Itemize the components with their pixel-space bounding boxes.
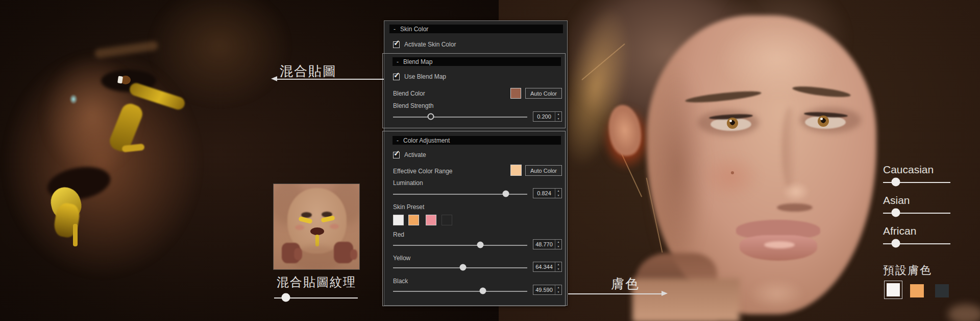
slider-handle[interactable]	[892, 178, 900, 187]
iris-glint-left	[729, 120, 732, 122]
red-value[interactable]: 48.770 ▲ ▼	[533, 239, 562, 249]
yellow-slider[interactable]	[393, 264, 527, 271]
spin-up-icon[interactable]: ▲	[555, 262, 561, 267]
blend-color-swatch[interactable]	[510, 88, 521, 99]
arrow-left-icon	[271, 76, 277, 81]
slider-handle[interactable]	[477, 242, 483, 248]
black-value[interactable]: 49.590 ▲ ▼	[533, 285, 562, 295]
skin-color-section-header[interactable]: - Skin Color	[389, 25, 563, 33]
blend-strength-slider[interactable]	[393, 113, 527, 120]
texture-mouth	[310, 227, 324, 235]
value-text[interactable]: 0.824	[533, 189, 555, 198]
left-far-eye-glint	[69, 94, 78, 104]
color-adjustment-section-header[interactable]: - Color Adjustment	[393, 136, 561, 145]
slider-handle[interactable]	[459, 264, 466, 271]
effective-color-swatch[interactable]	[510, 165, 522, 176]
use-blend-map-checkbox[interactable]: ✓ Use Blend Map	[393, 73, 446, 80]
slider-handle[interactable]	[502, 191, 509, 197]
preset-skin-swatch-white-selected[interactable]	[884, 281, 902, 299]
nose-tip-highlight	[782, 181, 810, 202]
preset-skin-swatch-dark[interactable]	[935, 284, 949, 297]
swatch-fill	[887, 283, 900, 296]
cheek-blush	[700, 153, 762, 199]
preset-skin-label: 預設膚色	[883, 263, 932, 278]
skin-preset-swatch-empty[interactable]	[442, 215, 452, 225]
texture-corner-blob-right-small	[350, 249, 357, 260]
texture-blush-right	[330, 224, 339, 229]
check-icon: ✓	[394, 149, 400, 158]
checkbox-icon: ✓	[393, 41, 400, 48]
value-text[interactable]: 48.770	[533, 240, 555, 249]
collapse-icon: -	[397, 137, 399, 144]
spinner: ▲ ▼	[555, 262, 561, 271]
arrow-right-icon	[662, 291, 668, 296]
red-slider[interactable]	[393, 242, 527, 248]
spin-down-icon[interactable]: ▼	[555, 193, 561, 198]
african-slider[interactable]	[883, 239, 950, 248]
skin-color-callout-line	[568, 293, 663, 294]
red-label: Red	[393, 231, 404, 238]
spinner: ▲ ▼	[555, 112, 561, 121]
caucasian-slider[interactable]	[883, 178, 950, 187]
nose-bridge-shadow	[782, 107, 797, 189]
spinner: ▲ ▼	[555, 189, 561, 198]
section-title: Color Adjustment	[403, 137, 450, 144]
yellow-label: Yellow	[393, 255, 410, 262]
checkbox-label: Activate	[404, 151, 426, 158]
spin-up-icon[interactable]: ▲	[555, 189, 561, 193]
blend-map-section-header[interactable]: - Blend Map	[393, 57, 561, 66]
black-slider[interactable]	[393, 288, 527, 294]
spin-down-icon[interactable]: ▼	[555, 290, 561, 294]
section-title: Skin Color	[400, 26, 428, 33]
activate-color-adjustment-checkbox[interactable]: ✓ Activate	[393, 151, 426, 158]
yellow-value[interactable]: 64.344 ▲ ▼	[533, 262, 562, 272]
spin-up-icon[interactable]: ▲	[555, 240, 561, 244]
value-text[interactable]: 49.590	[533, 285, 555, 294]
blend-map-callout-line	[275, 79, 384, 80]
spin-up-icon[interactable]: ▲	[555, 285, 561, 290]
beauty-mark	[731, 171, 734, 174]
left-eye-glint	[117, 76, 123, 83]
african-label: African	[883, 225, 916, 237]
effective-color-range-label: Effective Color Range	[393, 168, 453, 175]
preset-skin-swatch-orange[interactable]	[910, 284, 924, 297]
slider-handle[interactable]	[892, 209, 900, 217]
spin-down-icon[interactable]: ▼	[555, 267, 561, 271]
slider-track	[393, 117, 527, 118]
checkbox-icon: ✓	[393, 74, 400, 80]
chin-highlight	[749, 279, 805, 309]
value-text[interactable]: 64.344	[533, 262, 555, 271]
caucasian-label: Caucasian	[883, 164, 934, 176]
skin-preset-swatch-pink[interactable]	[426, 215, 436, 225]
auto-color-button[interactable]: Auto Color	[525, 88, 562, 99]
value-text[interactable]: 0.200	[533, 112, 555, 121]
auto-color-button[interactable]: Auto Color	[525, 165, 562, 176]
lip-highlight	[764, 241, 795, 248]
skin-preset-swatch-orange[interactable]	[408, 215, 419, 225]
slider-handle[interactable]	[427, 113, 434, 120]
skin-preset-label: Skin Preset	[393, 203, 424, 211]
skin-preset-swatch-white[interactable]	[393, 215, 404, 225]
slider-track	[393, 291, 527, 292]
blend-map-texture-image	[273, 184, 360, 270]
spin-up-icon[interactable]: ▲	[555, 112, 561, 117]
face-side-shadow	[647, 61, 708, 276]
slider-handle[interactable]	[892, 239, 900, 248]
lumination-value[interactable]: 0.824 ▲ ▼	[533, 188, 562, 198]
blend-strength-value[interactable]: 0.200 ▲ ▼	[533, 111, 562, 122]
activate-skin-color-checkbox[interactable]: ✓ Activate Skin Color	[393, 41, 456, 48]
lumination-slider[interactable]	[393, 191, 527, 197]
asian-label: Asian	[883, 194, 910, 207]
slider-handle[interactable]	[281, 293, 290, 302]
check-icon: ✓	[394, 38, 400, 48]
spin-down-icon[interactable]: ▼	[555, 117, 561, 121]
iris-left	[727, 118, 738, 129]
slider-handle[interactable]	[480, 288, 486, 294]
checkbox-icon: ✓	[393, 152, 400, 158]
character-skin-editor-screen: - Skin Color ✓ Activate Skin Color - Ble…	[0, 0, 980, 321]
check-icon: ✓	[394, 71, 400, 80]
asian-slider[interactable]	[883, 209, 950, 217]
blend-texture-slider[interactable]	[274, 293, 358, 302]
blend-texture-caption: 混合貼圖紋理	[273, 274, 360, 290]
spin-down-icon[interactable]: ▼	[555, 244, 561, 249]
